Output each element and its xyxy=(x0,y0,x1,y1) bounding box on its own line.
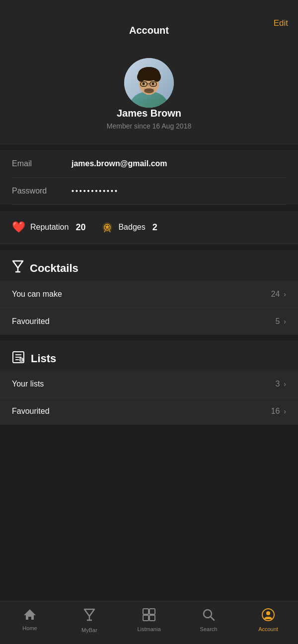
badges-value: 2 xyxy=(152,222,157,233)
cocktails-list: You can make 24 › Favourited 5 › xyxy=(0,281,298,335)
heart-icon: ❤️ xyxy=(12,221,25,234)
lists-favourited-label: Favourited xyxy=(12,407,50,416)
nav-label-home: Home xyxy=(22,625,37,631)
lists-list: Your lists 3 › Favourited 16 › xyxy=(0,371,298,425)
profile-member-since: Member since 16 Aug 2018 xyxy=(107,122,191,130)
home-icon xyxy=(23,608,36,623)
password-value: •••••••••••• xyxy=(72,187,119,195)
nav-item-account[interactable]: Account xyxy=(238,605,298,636)
email-label: Email xyxy=(12,159,72,168)
lists-section: Lists Your lists 3 › Favourited 16 › xyxy=(0,341,298,425)
svg-point-13 xyxy=(152,83,154,85)
page-title: Account xyxy=(129,25,169,36)
password-label: Password xyxy=(12,187,72,195)
nav-item-mybar[interactable]: MyBar xyxy=(60,605,119,636)
stats-section: ❤️ Reputation 20 Badges 2 xyxy=(0,211,298,244)
cocktails-header: Cocktails xyxy=(0,250,298,281)
badges-label: Badges xyxy=(118,223,145,232)
cocktails-title: Cocktails xyxy=(30,262,78,275)
nav-label-mybar: MyBar xyxy=(81,627,97,633)
your-lists-count: 3 xyxy=(275,380,280,388)
your-lists-right: 3 › xyxy=(275,380,286,388)
reputation-stat: ❤️ Reputation 20 xyxy=(12,221,85,234)
list-item[interactable]: Favourited 5 › xyxy=(0,308,298,335)
your-lists-label: Your lists xyxy=(12,380,44,388)
list-item[interactable]: Your lists 3 › xyxy=(0,371,298,398)
profile-section: James Brown Member since 16 Aug 2018 xyxy=(0,46,298,144)
listmania-icon xyxy=(143,608,155,624)
password-row: Password •••••••••••• xyxy=(12,178,286,204)
svg-point-14 xyxy=(144,88,154,93)
svg-rect-35 xyxy=(143,615,149,621)
svg-rect-33 xyxy=(143,609,149,614)
svg-marker-20 xyxy=(13,261,23,268)
cocktails-can-make-label: You can make xyxy=(12,290,62,299)
section-divider xyxy=(12,204,286,205)
mybar-icon xyxy=(83,608,95,625)
nav-label-account: Account xyxy=(258,626,278,632)
chevron-right-icon: › xyxy=(284,407,286,415)
lists-favourited-count: 16 xyxy=(271,407,280,416)
nav-label-listmania: Listmania xyxy=(137,626,160,632)
svg-marker-29 xyxy=(24,609,36,620)
edit-button[interactable]: Edit xyxy=(274,18,288,28)
svg-line-38 xyxy=(211,617,214,620)
lists-favourited-right: 16 › xyxy=(271,407,286,416)
cocktails-can-make-right: 24 › xyxy=(271,290,286,299)
reputation-label: Reputation xyxy=(30,223,69,232)
cocktails-favourited-label: Favourited xyxy=(12,317,50,326)
nav-item-search[interactable]: Search xyxy=(179,605,238,636)
chevron-right-icon: › xyxy=(284,380,286,388)
nav-item-home[interactable]: Home xyxy=(0,605,60,636)
lists-icon xyxy=(12,351,25,367)
lists-title: Lists xyxy=(31,352,56,365)
search-icon xyxy=(202,608,215,624)
svg-marker-30 xyxy=(84,609,94,616)
bottom-nav: Home MyBar Listmania xyxy=(0,601,298,644)
svg-rect-34 xyxy=(149,609,155,614)
cocktails-can-make-count: 24 xyxy=(271,290,280,299)
header: Account Edit xyxy=(0,0,298,46)
svg-point-40 xyxy=(266,611,270,615)
badge-icon xyxy=(101,221,113,233)
lists-header: Lists xyxy=(0,341,298,371)
list-item[interactable]: You can make 24 › xyxy=(0,281,298,308)
profile-name: James Brown xyxy=(117,108,181,119)
avatar xyxy=(124,58,174,108)
account-icon xyxy=(262,608,275,624)
email-row: Email james.brown@gmail.com xyxy=(12,150,286,178)
cocktails-section: Cocktails You can make 24 › Favourited 5… xyxy=(0,250,298,335)
badges-stat: Badges 2 xyxy=(101,221,157,233)
reputation-value: 20 xyxy=(75,222,85,233)
info-section: Email james.brown@gmail.com Password •••… xyxy=(0,150,298,204)
nav-label-search: Search xyxy=(200,626,218,632)
chevron-right-icon: › xyxy=(284,318,286,325)
list-item[interactable]: Favourited 16 › xyxy=(0,398,298,425)
avatar-image xyxy=(124,58,174,108)
main-content: James Brown Member since 16 Aug 2018 Ema… xyxy=(0,46,298,644)
svg-rect-36 xyxy=(149,615,155,621)
email-value: james.brown@gmail.com xyxy=(72,159,167,168)
svg-point-12 xyxy=(143,83,145,85)
svg-point-8 xyxy=(140,67,158,77)
cocktail-glass-icon xyxy=(12,260,24,277)
cocktails-favourited-count: 5 xyxy=(275,317,280,326)
nav-item-listmania[interactable]: Listmania xyxy=(119,605,179,636)
chevron-right-icon: › xyxy=(284,290,286,298)
cocktails-favourited-right: 5 › xyxy=(275,317,286,326)
